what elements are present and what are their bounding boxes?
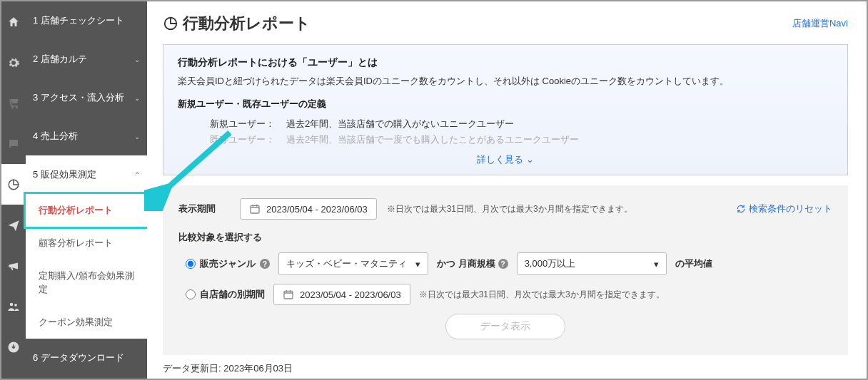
gear-icon[interactable] [1, 42, 26, 83]
radio-genre[interactable]: 販売ジャンル ? [186, 257, 270, 270]
megaphone-icon[interactable] [1, 245, 26, 286]
sidebar-sub-customer-report[interactable]: 顧客分析レポート [26, 227, 147, 260]
def-val: 過去2年間、当該店舗で一度でも購入したことがあるユニークユーザー [286, 133, 579, 146]
sidebar: 1 店舗チェックシート 2 店舗カルテ ⌄ 3 アクセス・流入分析 ⌄ 4 売上… [26, 1, 147, 379]
def-key: 既存ユーザー： [203, 133, 275, 146]
tail-label: の平均値 [675, 257, 712, 270]
chevron-down-icon: ⌄ [134, 56, 140, 63]
icon-rail [1, 1, 26, 379]
pie-chart-icon[interactable] [1, 164, 26, 205]
home-icon[interactable] [1, 1, 26, 42]
info-heading: 行動分析レポートにおける「ユーザー」とは [178, 56, 833, 69]
sidebar-item-1[interactable]: 1 店舗チェックシート [26, 1, 147, 40]
chevron-down-icon: ⌄ [526, 154, 534, 165]
expand-more-link[interactable]: 詳しく見る ⌄ [178, 153, 833, 166]
genre-select[interactable]: キッズ・ベビー・マタニティ ▾ [278, 252, 428, 275]
svg-point-1 [14, 303, 17, 306]
date-range-picker[interactable]: 2023/05/04 - 2023/06/03 [240, 198, 377, 220]
radio-genre-input[interactable] [186, 259, 196, 269]
page-title: 行動分析レポート [163, 13, 311, 34]
sidebar-item-4[interactable]: 4 売上分析 ⌄ [26, 117, 147, 155]
send-icon[interactable] [1, 205, 26, 245]
chevron-up-icon: ⌃ [134, 171, 140, 179]
cart-icon[interactable] [1, 83, 26, 123]
info-text: 楽天会員IDと紐づけられたデータは楽天会員IDのユニーク数をカウントし、それ以外… [178, 75, 833, 88]
sidebar-item-2[interactable]: 2 店舗カルテ ⌄ [26, 40, 147, 78]
users-icon[interactable] [1, 286, 26, 327]
sidebar-sub-subscription[interactable]: 定期購入/頒布会効果測定 [26, 260, 147, 305]
caret-down-icon: ▾ [415, 259, 420, 269]
sidebar-item-3[interactable]: 3 アクセス・流入分析 ⌄ [26, 78, 147, 117]
info-subheading: 新規ユーザー・既存ユーザーの定義 [178, 98, 833, 111]
submit-button[interactable]: データ表示 [445, 314, 565, 339]
refresh-icon [736, 204, 746, 214]
help-icon[interactable]: ? [260, 259, 270, 269]
def-val: 過去2年間、当該店舗での購入がないユニークユーザー [286, 118, 514, 130]
period2-note: ※日次では最大31日間、月次では最大3か月間を指定できます。 [419, 289, 665, 301]
date-range-picker-2[interactable]: 2023/05/04 - 2023/06/03 [273, 284, 410, 305]
reset-link[interactable]: 検索条件のリセット [736, 202, 832, 215]
search-form: 表示期間 2023/05/04 - 2023/06/03 ※日次では最大31日間… [163, 185, 848, 355]
sidebar-item-5[interactable]: 5 販促効果測定 ⌃ [26, 155, 147, 194]
svg-rect-3 [251, 205, 259, 213]
radio-own-period[interactable]: 自店舗の別期間 [186, 288, 265, 301]
svg-rect-4 [284, 291, 293, 299]
def-key: 新規ユーザー： [203, 118, 275, 130]
sidebar-subpanel: 行動分析レポート 顧客分析レポート 定期購入/頒布会効果測定 クーポン効果測定 [26, 194, 147, 339]
navi-link[interactable]: 店舗運営Navi [792, 17, 848, 30]
sidebar-sub-behavior-report[interactable]: 行動分析レポート [24, 192, 149, 229]
scale-select[interactable]: 3,000万以上 ▾ [517, 252, 667, 275]
sidebar-sub-coupon[interactable]: クーポン効果測定 [26, 306, 147, 339]
download-icon[interactable] [1, 327, 26, 367]
caret-down-icon: ▾ [654, 259, 659, 269]
calendar-icon [249, 203, 261, 215]
compare-heading: 比較対象を選択する [178, 231, 832, 244]
sidebar-item-6[interactable]: 6 データダウンロード [26, 339, 147, 377]
period-note: ※日次では最大31日間、月次では最大3か月間を指定できます。 [387, 203, 632, 215]
sidebar-label: 店舗チェックシート [41, 15, 124, 26]
period-label: 表示期間 [178, 202, 230, 215]
chevron-down-icon: ⌄ [134, 133, 140, 140]
sidebar-num: 1 [33, 15, 38, 26]
radio-own-period-input[interactable] [186, 289, 196, 299]
main-content: 行動分析レポート 店舗運営Navi 行動分析レポートにおける「ユーザー」とは 楽… [147, 1, 867, 379]
updated-text: データ更新日: 2023年06月03日 [163, 362, 848, 375]
info-box: 行動分析レポートにおける「ユーザー」とは 楽天会員IDと紐づけられたデータは楽天… [163, 44, 848, 175]
calendar-icon [283, 289, 294, 300]
chat-icon[interactable] [1, 123, 26, 164]
chevron-down-icon: ⌄ [134, 94, 140, 102]
mid-label: かつ 月商規模 ? [437, 257, 508, 270]
pie-chart-icon [163, 16, 178, 31]
svg-point-0 [10, 302, 14, 306]
help-icon[interactable]: ? [498, 259, 508, 269]
